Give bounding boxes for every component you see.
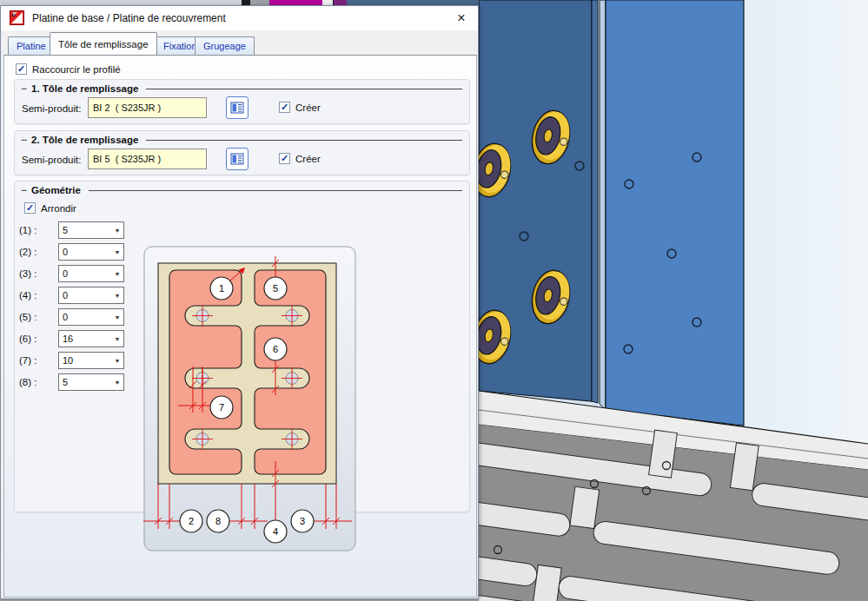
callout-7: 7 bbox=[210, 396, 233, 419]
callout-8: 8 bbox=[207, 510, 229, 532]
svg-text:6: 6 bbox=[273, 344, 278, 354]
param-value: 10 bbox=[59, 355, 111, 366]
checkbox-label: Raccourcir le profilé bbox=[32, 64, 121, 75]
screen: { "window": { "title": "Platine de base … bbox=[0, 0, 868, 601]
param-dropdown-2[interactable]: 0 ▼ bbox=[58, 243, 124, 261]
svg-text:7: 7 bbox=[219, 402, 224, 413]
svg-text:4: 4 bbox=[273, 526, 278, 537]
param-dropdown-1[interactable]: 5 ▼ bbox=[58, 221, 124, 239]
semi-produit-value: BI 5 ( S235JR ) bbox=[93, 154, 161, 164]
param-dropdown-5[interactable]: 0 ▼ bbox=[58, 308, 124, 326]
group-title: 2. Tôle de remplissage bbox=[31, 135, 138, 145]
callout-6: 6 bbox=[264, 338, 287, 360]
param-value: 16 bbox=[59, 334, 111, 344]
param-label-3: (3) : bbox=[19, 268, 36, 279]
collapse-indicator[interactable]: − bbox=[21, 134, 27, 146]
param-dropdown-4[interactable]: 0 ▼ bbox=[58, 287, 124, 304]
chevron-down-icon[interactable]: ▼ bbox=[111, 249, 123, 255]
chevron-down-icon[interactable]: ▼ bbox=[111, 271, 123, 277]
param-label-6: (6) : bbox=[19, 334, 36, 344]
group-tole-remplissage-2: − 2. Tôle de remplissage Semi-produit: B… bbox=[14, 130, 470, 175]
steel-plate-light-edge bbox=[600, 0, 606, 410]
collapse-indicator[interactable]: − bbox=[21, 184, 27, 196]
catalog-icon bbox=[230, 102, 244, 114]
steel-plate-dark-edge bbox=[592, 0, 598, 403]
tab-page: ✓ Raccourcir le profilé − 1. Tôle de rem… bbox=[3, 55, 477, 598]
group-title-rule bbox=[146, 89, 462, 89]
checkbox-label: Créer bbox=[295, 154, 321, 164]
chevron-down-icon[interactable]: ▼ bbox=[111, 380, 123, 386]
chevron-down-icon[interactable]: ▼ bbox=[111, 293, 123, 299]
tab-grugeage[interactable]: Grugeage bbox=[195, 36, 255, 55]
steel-plate-light-blue bbox=[606, 0, 744, 426]
param-label-8: (8) : bbox=[19, 377, 36, 387]
catalog-icon bbox=[230, 153, 244, 165]
checkbox-check-icon: ✓ bbox=[16, 63, 27, 75]
group-title-rule bbox=[146, 140, 462, 141]
svg-text:3: 3 bbox=[300, 516, 305, 526]
param-dropdown-6[interactable]: 16 ▼ bbox=[58, 330, 124, 347]
model-viewport-3d[interactable] bbox=[479, 0, 868, 601]
dialog-titlebar[interactable]: Platine de base / Platine de recouvremen… bbox=[1, 6, 478, 30]
tab-platine[interactable]: Platine bbox=[8, 36, 55, 55]
param-label-5: (5) : bbox=[19, 312, 36, 322]
semi-produit-label: Semi-produit: bbox=[22, 103, 81, 114]
group-title-row: − Géométrie bbox=[21, 184, 462, 196]
semi-produit-input-2[interactable]: BI 5 ( S235JR ) bbox=[88, 149, 207, 169]
tab-tole-de-remplissage[interactable]: Tôle de remplissage bbox=[50, 32, 157, 55]
checkbox-check-icon: ✓ bbox=[279, 153, 290, 164]
chevron-down-icon[interactable]: ▼ bbox=[111, 228, 123, 234]
callout-4: 4 bbox=[264, 520, 287, 543]
semi-produit-input-1[interactable]: BI 2 ( S235JR ) bbox=[88, 97, 207, 118]
group-title-row: − 1. Tôle de remplissage bbox=[21, 83, 462, 95]
param-label-2: (2) : bbox=[19, 247, 36, 257]
param-value: 0 bbox=[59, 290, 111, 300]
group-title: 1. Tôle de remplissage bbox=[31, 83, 138, 94]
param-value: 0 bbox=[59, 312, 111, 322]
chevron-down-icon[interactable]: ▼ bbox=[111, 336, 123, 342]
svg-text:1: 1 bbox=[219, 283, 224, 294]
param-value: 5 bbox=[59, 225, 111, 235]
param-value: 0 bbox=[59, 268, 111, 279]
checkbox-creer-2[interactable]: ✓ Créer bbox=[279, 153, 321, 164]
checkbox-check-icon: ✓ bbox=[24, 202, 36, 214]
catalog-browse-button-2[interactable] bbox=[226, 148, 248, 170]
group-title-rule bbox=[89, 190, 462, 191]
callout-3: 3 bbox=[291, 510, 314, 532]
param-label-4: (4) : bbox=[19, 290, 36, 300]
checkbox-creer-1[interactable]: ✓ Créer bbox=[279, 102, 321, 113]
param-dropdown-8[interactable]: 5 ▼ bbox=[58, 373, 124, 391]
param-label-1: (1) : bbox=[19, 225, 36, 235]
checkbox-label: Arrondir bbox=[41, 203, 76, 214]
svg-text:2: 2 bbox=[189, 516, 194, 526]
semi-produit-label: Semi-produit: bbox=[22, 155, 81, 165]
collapse-indicator[interactable]: − bbox=[21, 83, 27, 95]
param-dropdown-7[interactable]: 10 ▼ bbox=[58, 352, 124, 369]
dialog-platine-de-base: Platine de base / Platine de recouvremen… bbox=[0, 5, 479, 599]
group-title-row: − 2. Tôle de remplissage bbox=[21, 134, 462, 146]
callout-1: 1 bbox=[210, 277, 233, 300]
close-button[interactable]: × bbox=[452, 9, 471, 28]
checkbox-raccourcir-le-profile[interactable]: ✓ Raccourcir le profilé bbox=[16, 63, 121, 75]
component-icon bbox=[10, 10, 24, 25]
param-value: 0 bbox=[59, 247, 111, 257]
geometry-diagram: 1 5 6 7 2 8 4 bbox=[143, 246, 356, 551]
param-dropdown-3[interactable]: 0 ▼ bbox=[58, 265, 124, 282]
chevron-down-icon[interactable]: ▼ bbox=[111, 358, 123, 364]
callout-2: 2 bbox=[180, 510, 202, 532]
group-title: Géométrie bbox=[31, 185, 81, 195]
dialog-title: Platine de base / Platine de recouvremen… bbox=[32, 12, 226, 24]
checkbox-label: Créer bbox=[295, 102, 321, 113]
svg-text:5: 5 bbox=[273, 283, 278, 294]
callout-5: 5 bbox=[264, 277, 287, 300]
group-tole-remplissage-1: − 1. Tôle de remplissage Semi-produit: B… bbox=[14, 79, 470, 124]
semi-produit-value: BI 2 ( S235JR ) bbox=[93, 102, 161, 113]
checkbox-check-icon: ✓ bbox=[279, 102, 290, 113]
svg-text:8: 8 bbox=[215, 516, 221, 526]
catalog-browse-button-1[interactable] bbox=[226, 96, 248, 119]
chevron-down-icon[interactable]: ▼ bbox=[111, 314, 123, 320]
tab-strip: Platine Tôle de remplissage Fixation Gru… bbox=[1, 32, 478, 55]
checkbox-arrondir[interactable]: ✓ Arrondir bbox=[24, 202, 76, 214]
param-value: 5 bbox=[59, 377, 111, 387]
param-label-7: (7) : bbox=[19, 355, 36, 366]
